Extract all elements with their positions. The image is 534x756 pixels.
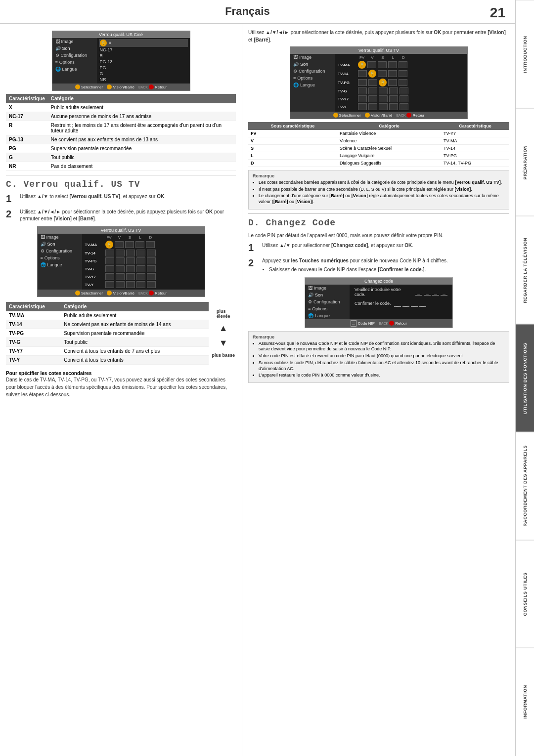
arrow-down: ▼: [219, 338, 228, 348]
changez-body: Image Son Configuration Options Langue V…: [305, 285, 452, 319]
table-row: NR Pas de classement: [6, 162, 236, 171]
cat-pg: Supervision parentale recommandée: [48, 144, 236, 153]
sidebar-item-config: Configuration: [52, 52, 97, 59]
char-r: R: [6, 121, 48, 135]
numpad-icon: :::: [351, 320, 357, 327]
char-tvy: TV-Y: [6, 356, 61, 365]
lang-icon-l: [41, 262, 46, 267]
select-btn-r[interactable]: Sélectionner: [333, 113, 361, 118]
code-nip-btn[interactable]: ::: Code NIP: [351, 320, 375, 327]
tab-raccordement[interactable]: RACCORDEMENT DES APPAREILS: [516, 432, 534, 540]
char-tvy7: TV-Y7: [6, 347, 61, 356]
grid-row-tvma: TV-MA 🔒: [84, 240, 203, 249]
char-pg13: PG-13: [6, 135, 48, 144]
yellow-btn-l: [75, 291, 80, 295]
verrou-cine-menu: Verrou qualif. US Ciné Image Son: [52, 31, 190, 91]
cat-tvma: Public adulte seulement: [61, 311, 209, 320]
visionbarre-btn-l[interactable]: Vision/Barré: [107, 291, 134, 295]
lang-icon-r: [293, 83, 299, 87]
grid-row-tv14: TV-14: [84, 249, 203, 257]
cat-tvg: Tout public: [61, 338, 209, 347]
list-item-pg13: PG-13: [99, 59, 188, 65]
changez-sidebar: Image Son Configuration Options Langue: [305, 285, 350, 319]
char-nc17: NC-17: [6, 112, 48, 121]
back-btn-c[interactable]: BACK Retour: [379, 321, 407, 326]
verrou-cine-list: 🔒 X NC-17 R PG-13 PG: [97, 38, 190, 84]
back-button[interactable]: BACK Retour: [138, 84, 167, 89]
col-header-cat: Catégorie: [48, 94, 236, 103]
arrow-up-label: plusélevée: [217, 309, 230, 319]
table-row: TV-PG Supervision parentale recommandée: [6, 329, 209, 338]
grid-row-tvg-r: TV-G: [337, 87, 465, 95]
col-header-char: Caractéristique: [6, 94, 48, 103]
grid-headers-r: FV V S L D: [356, 55, 465, 60]
sub-fv: FV: [248, 130, 337, 137]
changez-code-menu: Changez code Image Son Configuration Opt…: [305, 277, 453, 328]
list-item-x: 🔒 X: [99, 39, 188, 47]
tab-introduction[interactable]: INTRODUCTION: [516, 0, 534, 108]
remark1-list: Les cotes secondaires barrées apparaisse…: [253, 180, 505, 205]
vision-barre-button[interactable]: Vision/Barré: [107, 84, 134, 89]
grid-row-tvpg: TV-PG: [84, 257, 203, 265]
image-icon: [55, 39, 60, 44]
select-btn-l[interactable]: Sélectionner: [75, 291, 103, 295]
cat-nr: Pas de classement: [48, 162, 236, 171]
section-d-title: D. Changez Code: [248, 218, 509, 228]
back-btn-r[interactable]: BACK Retour: [396, 113, 424, 118]
tab-utilisation[interactable]: UTILISATION DES FONCTIONS: [516, 324, 534, 432]
grid-row-tvy-r: TV-Y: [337, 103, 465, 111]
ustv-title-right: Verrou qualif. US TV: [290, 47, 467, 54]
sidebar-options: Options: [38, 254, 82, 261]
lang-icon: [55, 67, 61, 72]
pin-confirm-row: Confirmer le code. _ _ _ _: [352, 298, 450, 308]
config-icon-c: [308, 299, 312, 304]
left-column: Verrou qualif. US Ciné Image Son: [0, 24, 242, 756]
char-x: X: [6, 103, 48, 112]
remark2-item4: L'appareil restaure le code PIN à 0000 c…: [259, 373, 505, 378]
arrow-down-label: plus basse: [212, 353, 235, 358]
char-g: G: [6, 153, 48, 162]
char-pg: PG: [6, 144, 48, 153]
char-v: TV-MA: [441, 137, 509, 145]
ustv-grid-left: FV V S L D TV-MA 🔒: [82, 234, 205, 290]
main-content: Français 21 Verrou qualif. US Ciné Image: [0, 0, 515, 756]
remark1-item1: Les cotes secondaires barrées apparaisse…: [259, 180, 505, 186]
table-row: PG Supervision parentale recommandée: [6, 144, 236, 153]
sidebar-image: Image: [38, 234, 82, 241]
tab-information[interactable]: INFORMATION: [516, 648, 534, 756]
table-row: TV-G Tout public: [6, 338, 209, 347]
step-d1-text: Utilisez ▲/▼ pour sélectionner [Changez …: [262, 242, 413, 253]
categ-table: Caractéristique Catégorie TV-MA Public a…: [6, 302, 209, 365]
right-column: Utilisez ▲/▼/◄/► pour sélectionner la co…: [242, 24, 515, 756]
table-row: TV-Y7 Convient à tous les enfants de 7 a…: [6, 347, 209, 356]
back-btn-l[interactable]: BACK Retour: [138, 291, 167, 295]
tab-preparation[interactable]: PRÉPARATION: [516, 108, 534, 216]
step-d1: 1 Utilisez ▲/▼ pour sélectionner [Change…: [248, 242, 509, 253]
tab-conseils[interactable]: CONSEILS UTILES: [516, 540, 534, 648]
lock-tvpg-r: 🔒: [379, 79, 387, 86]
pin-slot-4: _: [441, 289, 447, 295]
table-row: X Public adulte seulement: [6, 103, 236, 112]
verrou-ustv-menu-left: Verrou qualif. US TV Image Son Configura…: [37, 226, 205, 297]
red-btn-c: [389, 321, 394, 326]
ustv-title-left: Verrou qualif. US TV: [38, 227, 205, 234]
visionbarre-btn-r[interactable]: Vision/Barré: [365, 113, 392, 118]
verrou-cine-body: Image Son Configuration Options: [52, 38, 190, 84]
cat-d: Dialogues Suggestifs: [337, 160, 441, 167]
ustv-sidebar-right: Image Son Configuration Options Langue: [290, 54, 335, 112]
changez-inputs: Veuillez introduire votre code. _ _ _ _ …: [350, 285, 452, 319]
sub-col-char: Caractéristique: [441, 122, 509, 130]
table-row: NC-17 Aucune personne de moins de 17 ans…: [6, 112, 236, 121]
select-button[interactable]: Sélectionner: [75, 84, 103, 89]
changez-title: Changez code: [305, 278, 452, 285]
remark1-item2: Il n'est pas possible de barrer une cote…: [259, 187, 505, 193]
step-d2: 2 Appuyez sur les Touches numériques pou…: [248, 257, 509, 273]
pin-slot-1: _: [415, 289, 422, 295]
sidebar-image-r: Image: [290, 54, 335, 61]
tab-regarder[interactable]: REGARDER LA TÉLÉVISION: [516, 216, 534, 324]
sidebar-son-c: Son: [305, 292, 350, 298]
table-row: TV-Y Convient à tous les enfants: [6, 356, 209, 365]
step-1-text: Utilisez ▲/▼ to select [Verrou qualif. U…: [20, 193, 166, 205]
sub-l: L: [248, 152, 337, 160]
sub-spec-title: Pour spécifier les cotes secondaires: [6, 371, 236, 376]
